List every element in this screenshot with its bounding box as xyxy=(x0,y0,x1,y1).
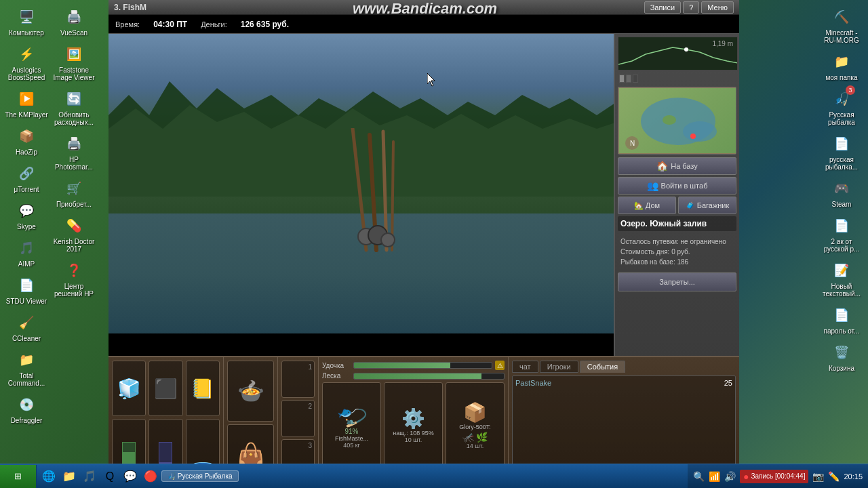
kmplayer-label: The KMPlayer xyxy=(5,111,47,119)
tab-players[interactable]: Игроки xyxy=(540,361,578,373)
kmplayer-icon: ▶️ xyxy=(16,88,37,110)
desktop-icon-russkaya[interactable]: 🎣 3 Русская рыбалка xyxy=(818,85,865,129)
desktop-icon-kerish[interactable]: 💊 Kerish Doctor 2017 xyxy=(51,212,97,256)
chat-name-0: PastSnake xyxy=(515,379,551,387)
money-value: 126 635 руб. xyxy=(241,20,289,29)
records-button[interactable]: Записи xyxy=(644,1,682,14)
photosmart-label: HP Photosmar... xyxy=(52,156,96,171)
cooler-slot[interactable]: 🧊 xyxy=(112,361,146,416)
pot-slot[interactable]: 🍲 xyxy=(227,361,274,422)
taskbar-camera-icon[interactable]: 📷 xyxy=(812,471,824,482)
bag-slot-1[interactable]: 1 xyxy=(281,361,315,398)
rod-condition-bar xyxy=(353,362,492,369)
desktop-icon-russkaya2[interactable]: 📄 русская рыбалка... xyxy=(818,130,865,174)
taskbar-search-icon[interactable]: 🔍 xyxy=(693,471,705,482)
steam-label: Steam xyxy=(832,201,852,208)
taskbar-volume-icon[interactable]: 🔊 xyxy=(724,471,736,482)
voyti-v-shtab-button[interactable]: 👥 Войти в штаб xyxy=(618,177,736,195)
chat-entry-0: PastSnake 25 xyxy=(515,379,732,387)
svg-point-13 xyxy=(663,115,676,125)
desktop-icon-ccleaner[interactable]: 🧹 CCleaner xyxy=(3,309,50,345)
tab-chat[interactable]: чат xyxy=(512,361,538,373)
russkaya2-icon: 📄 xyxy=(831,133,852,155)
desktop-icon-moya-papka[interactable]: 📁 моя папка xyxy=(818,48,865,84)
depth-chart: 1,19 m xyxy=(618,37,736,70)
taskbar-icon-browser[interactable]: 🌐 xyxy=(39,467,58,486)
help-button[interactable]: ? xyxy=(683,1,699,14)
mini-map[interactable]: N xyxy=(618,87,736,155)
computer-icon: 🖥️ xyxy=(16,6,37,28)
game-scene xyxy=(108,34,617,333)
taskbar-right: 🔍 📶 🔊 ● Запись [00:04:44] 📷 ✏️ 20:15 xyxy=(688,464,868,488)
skype-label: Skype xyxy=(17,223,36,230)
line-condition-bar xyxy=(353,373,505,380)
desktop-icon-skype[interactable]: 💬 Skype xyxy=(3,197,50,233)
desktop-icon-photosmart[interactable]: 🖨️ HP Photosmar... xyxy=(51,130,97,174)
time-label: Время: xyxy=(115,20,140,28)
desktop-icon-haozip[interactable]: 📦 HaoZip xyxy=(3,123,50,159)
desktop-icon-vuescan[interactable]: 🖨️ VueScan xyxy=(51,3,97,39)
bag-slot-2[interactable]: 2 xyxy=(281,400,315,437)
na-bazu-button[interactable]: 🏠 На базу xyxy=(618,157,736,175)
mouse-cursor xyxy=(427,73,438,89)
bagazhnik-button[interactable]: 🧳 Багажник xyxy=(678,197,736,214)
taskbar-icon-circle[interactable]: 🔴 xyxy=(141,467,160,486)
rod-slot-1[interactable]: 🎣 91% FishMaste... 405 кг xyxy=(322,382,381,468)
vuescan-icon: 🖨️ xyxy=(63,6,85,28)
centr-icon: ❓ xyxy=(63,260,85,281)
aimp-icon: 🎵 xyxy=(16,237,37,259)
thermos-slot[interactable]: ⬛ xyxy=(149,361,182,416)
location-putevki: Осталось путевки: не ограничено xyxy=(620,237,734,247)
desktop-icon-total[interactable]: 📁 Total Command... xyxy=(3,346,50,390)
fishing-rods-group xyxy=(332,128,414,266)
taskbar-icons: 🌐 📁 🎵 Q 💬 🔴 🎣 Русская Рыбалка xyxy=(37,467,688,486)
desktop-icon-noviy[interactable]: 📝 Новый текстовый... xyxy=(818,257,865,300)
dom-button[interactable]: 🏡 Дом xyxy=(618,197,676,214)
notebook-slot[interactable]: 📒 xyxy=(186,361,220,416)
russkaya-label: Русская рыбалка xyxy=(820,111,863,126)
desktop-icon-computer[interactable]: 🖥️ Компьютер xyxy=(3,3,50,39)
taskbar-icon-explorer[interactable]: 📁 xyxy=(60,467,79,486)
desktop-icon-stdu[interactable]: 📄 STDU Viewer xyxy=(3,272,50,308)
taskbar-icon-media[interactable]: 🎵 xyxy=(80,467,99,486)
desktop-icon-utorrent[interactable]: 🔗 μTorrent xyxy=(3,160,50,196)
chat-area: PastSnake 25 xyxy=(512,375,736,470)
desktop-icon-faststone[interactable]: 🖼️ Faststone Image Viewer xyxy=(51,41,97,84)
desktop-icon-minecraft[interactable]: ⛏️ Minecraft - RU-M.ORG xyxy=(818,3,865,47)
vuescan-label: VueScan xyxy=(60,29,87,37)
taskbar-icon-q[interactable]: Q xyxy=(100,467,119,486)
aimp-label: AIMP xyxy=(18,260,35,268)
dom-bagazhnik-row: 🏡 Дом 🧳 Багажник xyxy=(618,197,736,214)
desktop-icon-korzina[interactable]: 🗑️ Корзина xyxy=(818,339,865,375)
rod-slot-3[interactable]: 📦 Glory-500T: 🦟 🌿 14 шт. xyxy=(446,382,505,468)
rod-bars: Удочка ⚠ Леска xyxy=(322,361,505,380)
desktop-icon-auslogics[interactable]: ⚡ Auslogics BoostSpeed xyxy=(3,41,50,84)
noviy-icon: 📝 xyxy=(831,260,852,281)
svg-point-10 xyxy=(684,47,688,52)
menu-button[interactable]: Меню xyxy=(701,1,734,14)
taskbar-icon-skype[interactable]: 💬 xyxy=(121,467,140,486)
zaprety-button[interactable]: Запреты... xyxy=(618,272,736,291)
rod-slot-2[interactable]: ⚙️ нащ.: 108 95% 10 шт. xyxy=(384,382,443,468)
moya-papka-icon: 📁 xyxy=(831,51,852,73)
taskbar-network-icon: 📶 xyxy=(709,471,720,482)
taskbar-pencil-icon[interactable]: ✏️ xyxy=(828,471,840,482)
desktop-icon-obnovit[interactable]: 🔄 Обновить расходных... xyxy=(51,85,97,129)
desktop-icon-aimp[interactable]: 🎵 AIMP xyxy=(3,235,50,270)
location-name: Озеро. Южный залив xyxy=(618,216,736,231)
parol-icon: 📄 xyxy=(831,304,852,326)
desktop-icon-defraggler[interactable]: 💿 Defraggler xyxy=(3,391,50,427)
haozip-label: HaoZip xyxy=(16,148,37,156)
desktop-icon-doc2[interactable]: 📄 2 ак от русской р... xyxy=(818,212,865,256)
desktop-icon-kmplayer[interactable]: ▶️ The KMPlayer xyxy=(3,85,50,121)
desktop-icon-steam[interactable]: 🎮 Steam xyxy=(818,175,865,211)
desktop-icon-parol[interactable]: 📄 пароль от... xyxy=(818,302,865,338)
depth-sensor xyxy=(618,73,736,84)
start-button[interactable]: ⊞ xyxy=(0,465,37,488)
active-window-task[interactable]: 🎣 Русская Рыбалка xyxy=(161,470,239,482)
tab-events[interactable]: События xyxy=(580,361,625,373)
desktop-icon-priobresti[interactable]: 🛒 Приобрет... xyxy=(51,175,97,211)
total-label: Total Command... xyxy=(5,372,48,387)
desktop-icon-centr[interactable]: ❓ Центр решений HP xyxy=(51,257,97,300)
rod-warn-icon: ⚠ xyxy=(495,361,505,370)
